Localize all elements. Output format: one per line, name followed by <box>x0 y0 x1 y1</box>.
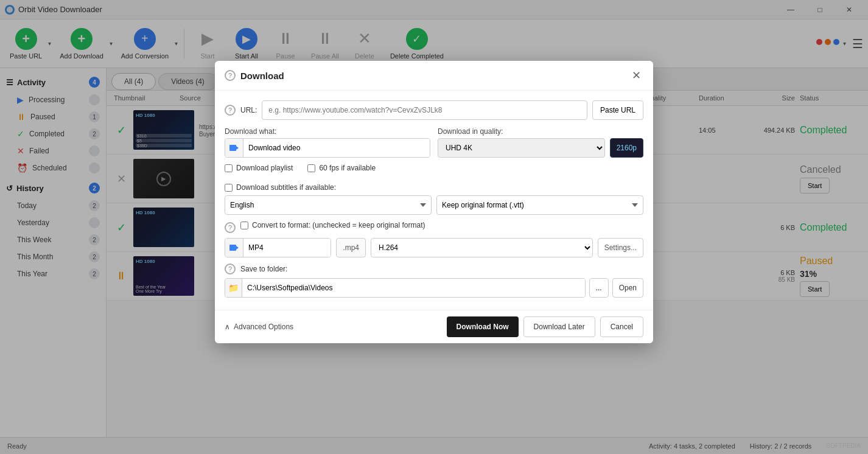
modal-footer: ∧ Advanced Options Download Now Download… <box>215 310 653 343</box>
quality-badge: 2160p <box>610 138 643 158</box>
quality-dropdown[interactable]: UHD 4K <box>438 138 605 158</box>
convert-checkbox-row[interactable]: Convert to format: (unchecked = keep ori… <box>240 221 425 229</box>
folder-path-input[interactable] <box>242 279 585 297</box>
convert-format-row: MP4 .mp4 H.264 Settings... <box>225 238 643 257</box>
svg-rect-3 <box>229 245 236 251</box>
convert-format-select[interactable]: MP4 <box>225 238 331 257</box>
fps-checkbox[interactable]: 60 fps if available <box>307 164 376 172</box>
convert-help-icon[interactable]: ? <box>225 222 236 233</box>
save-folder-section: ? Save to folder: 📁 ... Open <box>225 264 643 298</box>
download-what-dropdown[interactable]: Download video <box>243 139 430 157</box>
folder-icon: 📁 <box>225 279 242 297</box>
modal-help-icon[interactable]: ? <box>225 70 236 81</box>
modal-header: ? Download ✕ <box>215 61 653 91</box>
convert-checkbox[interactable] <box>240 222 248 229</box>
subtitle-format-select[interactable]: Keep original format (.vtt) <box>436 195 643 215</box>
checkbox-row: Download playlist 60 fps if available <box>225 164 643 177</box>
fps-checkbox-input[interactable] <box>307 164 315 172</box>
quality-row: UHD 4K 2160p <box>438 138 643 158</box>
folder-row: 📁 ... Open <box>225 278 643 298</box>
url-label: URL: <box>240 106 257 114</box>
open-button[interactable]: Open <box>612 278 643 298</box>
ext-badge: .mp4 <box>336 238 366 257</box>
subtitle-checkbox[interactable] <box>225 184 233 192</box>
cancel-button[interactable]: Cancel <box>600 316 643 337</box>
download-quality-section: Download in quality: UHD 4K 2160p <box>438 127 643 158</box>
download-what-section: Download what: Download video <box>225 127 430 158</box>
chevron-up-icon: ∧ <box>225 323 230 331</box>
download-quality-label: Download in quality: <box>438 127 643 136</box>
video-icon <box>225 139 243 157</box>
svg-rect-1 <box>229 145 236 151</box>
subtitle-row: English Keep original format (.vtt) <box>225 195 643 215</box>
download-what-label: Download what: <box>225 127 430 136</box>
playlist-checkbox[interactable] <box>225 164 233 172</box>
format-dropdown[interactable]: MP4 <box>243 239 331 257</box>
url-help-icon[interactable]: ? <box>225 105 236 116</box>
download-later-button[interactable]: Download Later <box>523 316 595 337</box>
advanced-options-toggle[interactable]: ∧ Advanced Options <box>225 323 293 331</box>
url-section: ? URL: Paste URL <box>225 100 643 120</box>
modal-close-button[interactable]: ✕ <box>629 68 643 83</box>
svg-marker-2 <box>236 146 239 150</box>
download-modal: ? Download ✕ ? URL: Paste URL Download w… <box>215 61 653 343</box>
folder-help-icon[interactable]: ? <box>225 264 236 274</box>
download-options: Download what: Download video Download i… <box>225 127 643 158</box>
save-folder-label: Save to folder: <box>240 265 287 273</box>
convert-header: ? Convert to format: (unchecked = keep o… <box>225 221 643 234</box>
subtitle-language-select[interactable]: English <box>225 195 432 215</box>
download-now-button[interactable]: Download Now <box>447 316 519 337</box>
modal-title: Download <box>240 71 284 81</box>
footer-actions: Download Now Download Later Cancel <box>447 316 643 337</box>
svg-marker-4 <box>236 246 239 250</box>
save-folder-header: ? Save to folder: <box>225 264 643 274</box>
codec-select[interactable]: H.264 <box>371 238 593 257</box>
convert-settings-button[interactable]: Settings... <box>598 238 643 257</box>
download-playlist-checkbox[interactable]: Download playlist <box>225 164 293 172</box>
url-input[interactable] <box>262 100 587 120</box>
convert-section: ? Convert to format: (unchecked = keep o… <box>225 221 643 257</box>
modal-body: ? URL: Paste URL Download what: Download… <box>215 91 653 310</box>
download-what-select[interactable]: Download video <box>225 138 430 158</box>
folder-input-wrap[interactable]: 📁 <box>225 278 586 298</box>
subtitle-checkbox-row[interactable]: Download subtitles if available: <box>225 183 643 192</box>
mp4-icon <box>225 239 243 257</box>
modal-overlay: ? Download ✕ ? URL: Paste URL Download w… <box>0 0 868 454</box>
browse-button[interactable]: ... <box>589 278 609 298</box>
paste-url-button[interactable]: Paste URL <box>592 100 643 120</box>
